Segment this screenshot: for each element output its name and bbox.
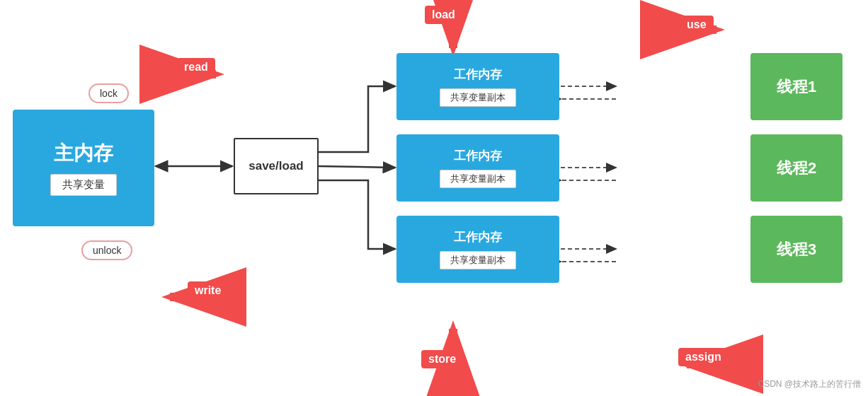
store-arrow-label: store bbox=[421, 350, 463, 368]
main-memory-box: 主内存 共享变量 bbox=[13, 110, 154, 226]
main-memory-label: 主内存 bbox=[54, 140, 113, 167]
watermark: CSDN @技术路上的苦行僧 bbox=[758, 378, 861, 390]
thread-2-label: 线程2 bbox=[777, 158, 816, 179]
work-memory-2-label: 工作内存 bbox=[454, 148, 502, 164]
unlock-badge: unlock bbox=[81, 240, 132, 260]
thread-2-box: 线程2 bbox=[750, 134, 843, 202]
read-arrow-label: read bbox=[177, 58, 215, 76]
use-arrow-label: use bbox=[680, 16, 714, 34]
write-arrow-label: write bbox=[188, 281, 228, 300]
work-memory-3-inner: 共享变量副本 bbox=[440, 251, 516, 269]
save-load-box: save/load bbox=[234, 138, 319, 194]
assign-arrow-label: assign bbox=[678, 348, 729, 366]
work-memory-1-inner: 共享变量副本 bbox=[440, 88, 516, 107]
work-memory-3: 工作内存 共享变量副本 bbox=[396, 216, 559, 283]
work-memory-2-inner: 共享变量副本 bbox=[440, 170, 516, 188]
thread-3-box: 线程3 bbox=[750, 216, 843, 283]
save-load-label: save/load bbox=[249, 159, 304, 173]
thread-3-label: 线程3 bbox=[777, 239, 816, 260]
work-memory-2: 工作内存 共享变量副本 bbox=[396, 134, 559, 202]
shared-variable: 共享变量 bbox=[50, 174, 117, 196]
work-memory-3-label: 工作内存 bbox=[454, 229, 502, 245]
thread-1-label: 线程1 bbox=[777, 76, 816, 98]
work-memory-1: 工作内存 共享变量副本 bbox=[396, 53, 559, 120]
work-memory-1-label: 工作内存 bbox=[454, 66, 502, 83]
load-arrow-label: load bbox=[425, 6, 462, 24]
diagram: 主内存 共享变量 save/load 工作内存 共享变量副本 工作内存 共享变量… bbox=[0, 0, 868, 396]
lock-badge: lock bbox=[88, 83, 129, 103]
svg-line-7 bbox=[319, 166, 395, 168]
thread-1-box: 线程1 bbox=[750, 53, 843, 120]
